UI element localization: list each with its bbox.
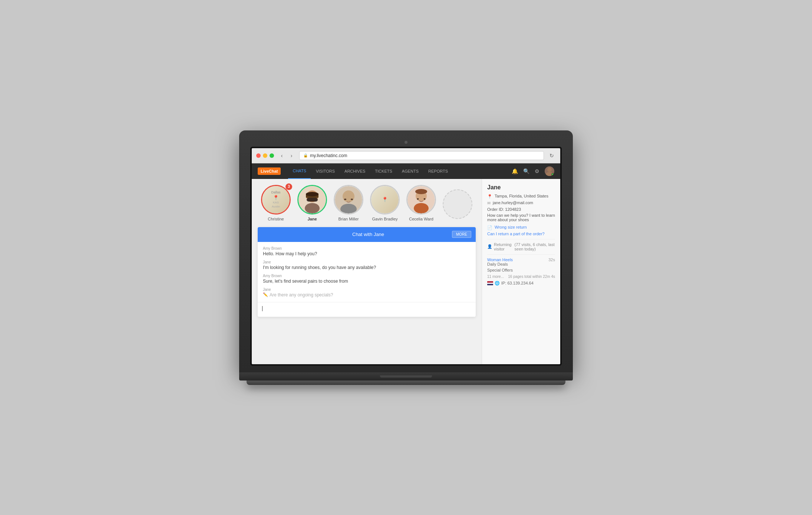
msg-text-2: I'm looking for running shoes, do you ha… — [263, 265, 471, 270]
visitor-cecelia[interactable]: Cecelia Ward — [405, 185, 438, 221]
page-item-3: Special Offers — [487, 268, 513, 272]
msg-text-1: Hello. How may I help you? — [263, 251, 471, 256]
minimize-button[interactable] — [263, 153, 267, 158]
pages-row-1: Woman Heels 32s — [487, 258, 555, 262]
livechat-logo: LiveChat — [258, 167, 281, 175]
message-1: Amy Brown Hello. How may I help you? — [263, 246, 471, 256]
chat-messages: Amy Brown Hello. How may I help you? Jan… — [258, 242, 476, 302]
page-link-1[interactable]: Woman Heels — [487, 258, 513, 262]
url-bar[interactable]: 🔒 my.livechatinc.com — [299, 151, 544, 160]
nav-reports[interactable]: REPORTS — [424, 163, 452, 179]
cursor — [262, 306, 263, 311]
svg-point-9 — [343, 190, 354, 202]
cecelia-avatar-wrapper — [406, 185, 436, 215]
divider-2 — [487, 254, 555, 255]
visitor-christine[interactable]: Dallas 📍 KAS Austin 3 — [259, 185, 293, 221]
bottom-stats: 11 more... 16 pages total within 22m 4s — [487, 275, 555, 279]
msg-text-4: ✏️ Are there any ongoing specials? — [263, 292, 471, 298]
message-4: Jane ✏️ Are there any ongoing specials? — [263, 288, 471, 298]
sidebar-help: How can we help you? I want to learn mor… — [487, 213, 555, 222]
nav-tickets[interactable]: TICKETS — [370, 163, 396, 179]
cecelia-name: Cecelia Ward — [409, 217, 433, 221]
nav-chats[interactable]: CHATS — [288, 163, 310, 179]
fullscreen-button[interactable] — [270, 153, 274, 158]
unknown-avatar-wrapper — [443, 189, 472, 219]
msg-sender-2: Jane — [263, 260, 471, 264]
message-2: Jane I'm looking for running shoes, do y… — [263, 260, 471, 270]
laptop-notch — [380, 375, 432, 378]
cecelia-avatar — [406, 185, 436, 215]
visitor-gavin[interactable]: 📍 Gavin Bradley — [368, 185, 402, 221]
gavin-avatar: 📍 — [370, 185, 400, 215]
settings-icon[interactable]: ⚙ — [535, 168, 539, 174]
chat-window: Chat with Jane MORE Amy Brown Hello. How… — [258, 227, 476, 317]
jane-photo — [298, 186, 326, 213]
more-button[interactable]: MORE — [452, 231, 471, 238]
visits-text: (77 visits, 6 chats, last seen today) — [515, 242, 555, 251]
msg-sender-3: Amy Brown — [263, 274, 471, 278]
svg-point-16 — [417, 198, 419, 200]
visitor-unknown[interactable] — [441, 189, 474, 221]
browser-bar: ‹ › 🔒 my.livechatinc.com ↻ — [252, 148, 560, 163]
page-time-1: 32s — [548, 258, 555, 262]
app-nav: LiveChat CHATS VISITORS ARCHIVES TICKETS… — [252, 163, 560, 179]
search-icon[interactable]: 🔍 — [523, 168, 529, 174]
jane-name: Jane — [307, 217, 317, 221]
cecelia-photo — [407, 186, 435, 213]
sidebar-email: jane.hurley@mail.com — [493, 200, 533, 205]
svg-point-3 — [305, 203, 320, 213]
msg-sender-4: Jane — [263, 288, 471, 292]
back-button[interactable]: ‹ — [278, 152, 286, 160]
gavin-avatar-wrapper: 📍 — [370, 185, 400, 215]
nav-arrows: ‹ › — [278, 152, 296, 160]
sidebar-name: Jane — [487, 184, 555, 191]
more-pages: 11 more... — [487, 275, 504, 279]
gavin-name: Gavin Bradley — [372, 217, 397, 221]
link-row-1: 📄 Wrong size return — [487, 225, 555, 230]
email-row: ✉ jane.hurley@mail.com — [487, 200, 555, 206]
traffic-lights — [256, 153, 274, 158]
nav-links: CHATS VISITORS ARCHIVES TICKETS AGENTS R… — [288, 163, 512, 179]
jane-avatar-wrapper — [297, 185, 327, 215]
visitor-brian[interactable]: Brian Miller — [332, 185, 365, 221]
christine-badge: 3 — [285, 183, 292, 190]
email-icon: ✉ — [487, 201, 491, 206]
nav-visitors[interactable]: VISITORS — [311, 163, 339, 179]
visitor-jane[interactable]: Jane — [296, 185, 329, 221]
close-button[interactable] — [256, 153, 261, 158]
right-panel: Jane 📍 Tampa, Florida, United States ✉ j… — [482, 179, 560, 364]
returning-text: Returning visitor — [494, 242, 513, 251]
page-row-2: Daily Deals — [487, 262, 555, 266]
forward-button[interactable]: › — [287, 152, 296, 160]
msg-text-3: Sure, let's find several pairs to choose… — [263, 279, 471, 284]
location-row: 📍 Tampa, Florida, United States — [487, 194, 555, 199]
brian-avatar-wrapper — [334, 185, 363, 215]
unknown-avatar — [443, 189, 472, 219]
doc-icon-1: 📄 — [487, 225, 492, 230]
main-content: Dallas 📍 KAS Austin 3 — [252, 179, 560, 364]
us-flag-icon — [487, 281, 493, 285]
christine-name: Christine — [268, 217, 284, 221]
nav-archives[interactable]: ARCHIVES — [340, 163, 370, 179]
url-text: my.livechatinc.com — [310, 153, 347, 158]
link-row-2: Can I return a part of the order? — [487, 232, 555, 236]
sidebar-link-1[interactable]: Wrong size return — [495, 225, 527, 229]
chat-input-area[interactable] — [258, 302, 476, 317]
sidebar-order: Order ID: 1204823 — [487, 207, 521, 212]
gavin-map: 📍 — [371, 186, 399, 213]
notification-icon[interactable]: 🔔 — [512, 168, 518, 174]
screen-bezel: ‹ › 🔒 my.livechatinc.com ↻ LiveChat — [250, 147, 562, 366]
chat-title: Chat with Jane — [284, 232, 452, 237]
reload-button[interactable]: ↻ — [548, 152, 556, 160]
person-icon: 👤 — [487, 244, 492, 249]
svg-point-11 — [344, 199, 346, 200]
typing-icon: ✏️ — [263, 292, 268, 297]
christine-map: Dallas 📍 KAS Austin — [262, 186, 290, 213]
message-3: Amy Brown Sure, let's find several pairs… — [263, 274, 471, 284]
svg-point-17 — [424, 198, 426, 200]
nav-agents[interactable]: AGENTS — [397, 163, 423, 179]
sidebar-link-2[interactable]: Can I return a part of the order? — [487, 232, 545, 236]
brian-photo — [335, 186, 362, 213]
total-pages: 16 pages total within 22m 4s — [508, 275, 555, 279]
user-avatar[interactable] — [545, 166, 554, 176]
